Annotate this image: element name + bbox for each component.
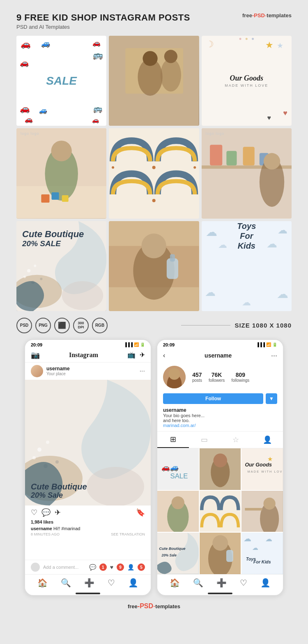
add-nav-icon[interactable]: ➕ — [84, 578, 94, 588]
user-name[interactable]: username — [46, 366, 70, 372]
profile-grid: 🚗🚙 SALE Our Goods MADE WITH LO — [157, 448, 283, 574]
car-icon-2: 🚙 — [41, 39, 50, 48]
posts-label: posts — [192, 378, 202, 383]
thumb-svg-7: Cute Boutique 20% Sale — [157, 533, 199, 574]
posts-count: 457 — [192, 372, 202, 378]
stats-group: 457 posts 76K followers 809 followings — [192, 372, 277, 383]
badge-png: PNG — [35, 318, 51, 333]
post-card-8 — [109, 221, 199, 311]
user-avatar — [31, 365, 43, 377]
tv-icon[interactable]: 📺 — [127, 351, 136, 359]
search-nav-icon-r[interactable]: 🔍 — [193, 578, 203, 588]
insta-header: 📷 Instagram 📺 ✈ — [25, 349, 151, 362]
stat-followers: 76K followers — [209, 372, 225, 383]
camera-icon[interactable]: 📷 — [31, 351, 40, 360]
star-icon: ★ — [265, 40, 274, 50]
post-card-4: logo logo — [16, 128, 106, 218]
brand-psd: -PSD — [252, 12, 265, 18]
hanging-deco: ● ● ● — [239, 36, 254, 42]
more-dots-left[interactable]: ··· — [140, 367, 145, 375]
bio-username: username — [163, 407, 277, 413]
made-with-love-text: MADE WITH LOVE — [225, 83, 268, 88]
person-notif-icon: 👤 — [127, 564, 134, 570]
search-nav-icon[interactable]: 🔍 — [61, 578, 71, 588]
grid-item-2 — [200, 448, 241, 490]
tab-igtv[interactable]: 👤 — [252, 432, 283, 448]
svg-rect-11 — [52, 192, 59, 200]
svg-rect-20 — [210, 145, 222, 166]
svg-point-74 — [212, 536, 228, 551]
bead-3: ● — [251, 36, 254, 42]
home-indicator-left — [76, 593, 100, 594]
svg-point-37 — [142, 233, 166, 258]
boutique-overlay-title: Cute Boutique — [31, 482, 145, 491]
star-icon-2: ★ — [277, 42, 283, 50]
bio-line1: Your bio goes here... — [163, 413, 277, 418]
format-badges: PSD PNG ⬛ 300DPI RGB — [16, 318, 108, 333]
follow-button[interactable]: Follow — [163, 393, 263, 404]
watermark-4: logo logo — [21, 132, 39, 136]
heart-deco: ♥ — [283, 109, 287, 118]
svg-point-5 — [164, 50, 177, 63]
three-dots-profile[interactable]: ··· — [271, 351, 277, 360]
wifi-icon: 📶 — [134, 342, 139, 347]
car-icon-8: 🚌 — [93, 104, 102, 113]
home-nav-icon[interactable]: 🏠 — [37, 578, 48, 588]
person-badge: 5 — [138, 563, 145, 571]
heart-action-icon[interactable]: ♡ — [31, 508, 37, 517]
grid-item-1: 🚗🚙 SALE — [157, 448, 199, 490]
nav-bar-left: 🏠 🔍 ➕ ♡ 👤 — [25, 574, 151, 591]
heart-nav-icon-r[interactable]: ♡ — [240, 578, 247, 588]
svg-point-4 — [143, 51, 158, 66]
status-icons-right: ▐▐▐ 📶 🔋 — [256, 342, 277, 347]
post-text-overlay: Cute Boutique 20% Sale — [25, 482, 151, 506]
grid-item-8 — [200, 533, 241, 574]
caption-username[interactable]: username — [31, 526, 52, 531]
comment-placeholder[interactable]: Add a comment... — [43, 565, 89, 570]
heart-notif-icon: ♥ — [110, 564, 113, 570]
heart-nav-icon[interactable]: ♡ — [108, 578, 115, 588]
add-nav-icon-r[interactable]: ➕ — [216, 578, 227, 588]
svg-point-63 — [172, 496, 184, 509]
thumb-svg-3: Our Goods MADE WITH LOVE ★ — [241, 448, 283, 490]
tab-tagged[interactable]: ☆ — [220, 432, 252, 448]
tab-reels[interactable]: ▭ — [189, 432, 221, 448]
profile-nav-icon-r[interactable]: 👤 — [260, 578, 271, 588]
page-title: 9 FREE KID SHOP INSTAGRAM POSTS — [16, 12, 190, 23]
tab-grid[interactable]: ⊞ — [157, 432, 189, 448]
dropdown-button[interactable]: ▼ — [266, 393, 277, 404]
svg-point-28 — [62, 281, 103, 310]
brand-logo: free-PSD-templates — [242, 12, 292, 18]
signal-icon-r: ▐▐▐ — [256, 342, 265, 347]
photo-svg-2 — [109, 36, 199, 126]
heart-icon-2: ♥ — [267, 114, 271, 121]
post-7-inner: Cute Boutique 20% SALE — [16, 221, 106, 311]
bio-link[interactable]: marinad.com.ar/ — [163, 423, 277, 428]
badge-dpi: 300DPI — [73, 318, 89, 333]
divider-line — [181, 325, 230, 325]
post-6-inner: logo logo — [202, 128, 292, 218]
post-card-6: logo logo — [202, 128, 292, 218]
status-bar-left: 20:09 ▐▐▐ 📶 🔋 — [25, 340, 151, 349]
svg-rect-57 — [241, 448, 283, 490]
svg-point-29 — [27, 269, 30, 272]
svg-text:Cute Boutique: Cute Boutique — [159, 546, 185, 551]
home-nav-icon-r[interactable]: 🏠 — [170, 578, 180, 588]
footer-brand: free-PSD-templates — [16, 602, 292, 614]
battery-icon: 🔋 — [140, 342, 145, 347]
svg-text:☁: ☁ — [244, 534, 252, 543]
following-label: followings — [231, 378, 249, 383]
svg-point-16 — [194, 166, 196, 169]
back-arrow[interactable]: ‹ — [163, 352, 165, 359]
cloud-tr: ☁ — [278, 224, 287, 236]
svg-point-47 — [55, 460, 59, 464]
badge-rgb: RGB — [92, 318, 108, 333]
thumb-svg-1: 🚗🚙 SALE — [157, 448, 199, 490]
comment-action-icon[interactable]: 💬 — [41, 508, 51, 517]
bookmark-icon[interactable]: 🔖 — [136, 508, 145, 517]
send-icon[interactable]: ✈ — [140, 351, 145, 359]
see-translation[interactable]: SEE TRANSLATION — [111, 532, 145, 536]
share-action-icon[interactable]: ✈ — [55, 508, 61, 517]
car-icon-9: 🚗 — [25, 115, 33, 123]
profile-nav-icon[interactable]: 👤 — [128, 578, 138, 588]
